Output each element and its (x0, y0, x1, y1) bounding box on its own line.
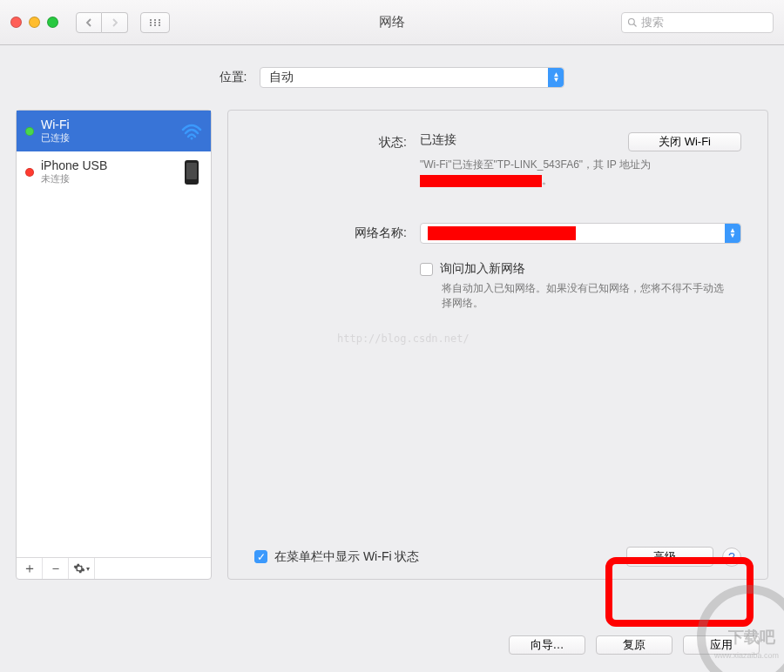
redacted-ssid (428, 226, 576, 240)
phone-icon (181, 160, 202, 185)
svg-point-2 (159, 19, 160, 21)
sidebar-item-iphone-usb[interactable]: iPhone USB 未连接 (17, 151, 211, 192)
zoom-window-button[interactable] (47, 17, 58, 28)
status-dot-icon (25, 168, 34, 177)
window-title: 网络 (379, 14, 405, 30)
status-dot-icon (25, 127, 34, 136)
gear-icon (73, 562, 85, 575)
close-window-button[interactable] (10, 17, 22, 28)
status-label: 状态: (254, 132, 407, 151)
select-stepper-icon: ▲▼ (725, 224, 740, 243)
show-all-button[interactable] (140, 12, 170, 33)
network-name-select[interactable]: ▲▼ (420, 223, 741, 244)
location-row: 位置: 自动 ▲▼ (16, 67, 768, 88)
toggle-wifi-button[interactable]: 关闭 Wi-Fi (628, 132, 741, 151)
svg-point-0 (150, 19, 152, 21)
minimize-window-button[interactable] (29, 17, 40, 28)
add-interface-button[interactable]: ＋ (17, 558, 43, 579)
wifi-icon (181, 123, 202, 140)
detail-panel: 状态: 已连接 关闭 Wi-Fi "Wi-Fi"已连接至"TP-LINK_543… (227, 110, 768, 580)
svg-point-3 (150, 22, 152, 24)
assist-button[interactable]: 向导… (509, 635, 585, 655)
nav-buttons (76, 12, 128, 33)
ask-join-description: 将自动加入已知网络。如果没有已知网络，您将不得不手动选择网络。 (442, 281, 729, 312)
iface-name: iPhone USB (41, 158, 174, 172)
advanced-button[interactable]: 高级… (626, 547, 713, 567)
sidebar-item-wifi[interactable]: Wi-Fi 已连接 (17, 111, 211, 151)
prefpane-body: 位置: 自动 ▲▼ Wi-Fi 已连接 (0, 45, 784, 672)
back-button[interactable] (76, 12, 102, 33)
svg-point-9 (629, 18, 635, 24)
redacted-ip (420, 175, 542, 187)
iface-name: Wi-Fi (41, 118, 174, 131)
svg-point-4 (154, 22, 156, 24)
help-button[interactable]: ? (722, 548, 741, 567)
apply-button[interactable]: 应用 (683, 635, 760, 655)
network-name-label: 网络名称: (254, 225, 407, 241)
ask-join-checkbox[interactable] (420, 263, 433, 276)
search-field[interactable]: 搜索 (621, 12, 774, 33)
search-icon (627, 17, 638, 28)
interface-sidebar: Wi-Fi 已连接 iPhone USB 未连接 (16, 110, 212, 580)
iface-status: 未连接 (41, 172, 174, 185)
status-value: 已连接 (420, 132, 456, 148)
location-label: 位置: (220, 70, 247, 85)
location-select[interactable]: 自动 ▲▼ (260, 67, 564, 88)
search-placeholder: 搜索 (641, 15, 664, 30)
location-value: 自动 (269, 70, 294, 85)
watermark-text: http://blog.csdn.net/ (337, 333, 470, 345)
titlebar: 网络 搜索 (0, 0, 784, 45)
revert-button[interactable]: 复原 (596, 635, 672, 655)
show-menubar-checkbox[interactable]: ✓ (254, 550, 267, 563)
svg-point-1 (154, 19, 156, 21)
status-description: "Wi-Fi"已连接至"TP-LINK_543FA6"，其 IP 地址为。 (420, 157, 741, 188)
sidebar-footer: ＋ － ▾ (17, 557, 211, 579)
remove-interface-button[interactable]: － (43, 558, 69, 579)
iface-status: 已连接 (41, 131, 174, 144)
forward-button[interactable] (102, 12, 128, 33)
svg-point-8 (159, 24, 160, 26)
window-controls (10, 17, 58, 28)
ask-join-label: 询问加入新网络 (440, 261, 525, 277)
interface-actions-button[interactable]: ▾ (69, 558, 95, 579)
interface-list: Wi-Fi 已连接 iPhone USB 未连接 (17, 111, 211, 557)
select-stepper-icon: ▲▼ (548, 68, 564, 87)
show-menubar-label: 在菜单栏中显示 Wi-Fi 状态 (274, 549, 419, 565)
svg-line-10 (634, 24, 637, 26)
svg-point-5 (159, 22, 160, 24)
svg-point-6 (150, 24, 152, 26)
svg-point-7 (154, 24, 156, 26)
footer-buttons: 向导… 复原 应用 (509, 635, 760, 655)
svg-point-11 (191, 137, 193, 139)
